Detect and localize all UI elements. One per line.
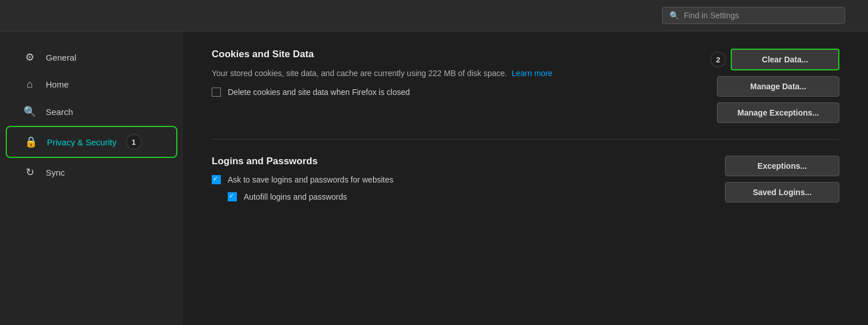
autofill-label: Autofill logins and passwords [244,192,347,201]
ask-save-row: Ask to save logins and passwords for web… [212,175,691,184]
cookies-section-title: Cookies and Site Data [212,49,683,60]
home-icon: ⌂ [23,78,37,90]
logins-section-title: Logins and Passwords [212,156,691,167]
sidebar-label-search: Search [46,107,73,117]
search-box: 🔍 [662,7,845,24]
sidebar-item-home[interactable]: ⌂ Home [6,72,177,97]
logins-buttons-panel: Exceptions... Saved Logins... [725,156,839,203]
lock-icon: 🔒 [24,136,38,148]
cookies-section-row: Cookies and Site Data Your stored cookie… [212,49,839,123]
main-layout: ⚙ General ⌂ Home 🔍 Search 🔒 Privacy & Se… [0,31,868,325]
sidebar-item-sync[interactable]: ↻ Sync [6,159,177,185]
badge-2: 2 [710,51,726,68]
sidebar-label-home: Home [46,80,69,89]
sidebar-item-search[interactable]: 🔍 Search [6,98,177,125]
cookies-section-desc: Your stored cookies, site data, and cach… [212,67,683,80]
delete-cookies-label: Delete cookies and site data when Firefo… [228,88,410,97]
clear-data-button[interactable]: Clear Data... [731,49,839,70]
sidebar: ⚙ General ⌂ Home 🔍 Search 🔒 Privacy & Se… [0,31,183,325]
learn-more-link[interactable]: Learn more [512,69,553,78]
section-divider-1 [212,139,839,140]
delete-cookies-checkbox[interactable] [212,88,221,97]
delete-cookies-row: Delete cookies and site data when Firefo… [212,88,683,97]
logins-section-left: Logins and Passwords Ask to save logins … [212,156,691,209]
manage-exceptions-button[interactable]: Manage Exceptions... [717,102,839,123]
sidebar-item-general[interactable]: ⚙ General [6,44,177,70]
gear-icon: ⚙ [23,51,37,64]
exceptions-button[interactable]: Exceptions... [725,156,839,176]
saved-logins-button[interactable]: Saved Logins... [725,182,839,203]
find-in-settings-input[interactable] [684,11,838,20]
ask-save-label: Ask to save logins and passwords for web… [228,175,393,184]
sync-icon: ↻ [23,166,37,179]
cookies-buttons-panel: 2 Clear Data... Manage Data... Manage Ex… [717,49,839,123]
sidebar-label-sync: Sync [46,168,65,177]
search-nav-icon: 🔍 [23,105,37,118]
badge-1: 1 [126,134,142,150]
sidebar-label-privacy: Privacy & Security [47,137,117,147]
top-bar: 🔍 [0,0,868,31]
autofill-row: Autofill logins and passwords [228,192,691,201]
cookies-section-left: Cookies and Site Data Your stored cookie… [212,49,683,105]
manage-data-button[interactable]: Manage Data... [717,76,839,97]
search-icon: 🔍 [669,11,679,20]
sidebar-item-privacy[interactable]: 🔒 Privacy & Security 1 [6,126,177,158]
ask-save-checkbox[interactable] [212,175,221,184]
sidebar-label-general: General [46,53,76,62]
logins-section-row: Logins and Passwords Ask to save logins … [212,156,839,209]
content-area: Cookies and Site Data Your stored cookie… [183,31,868,325]
autofill-checkbox[interactable] [228,192,237,201]
